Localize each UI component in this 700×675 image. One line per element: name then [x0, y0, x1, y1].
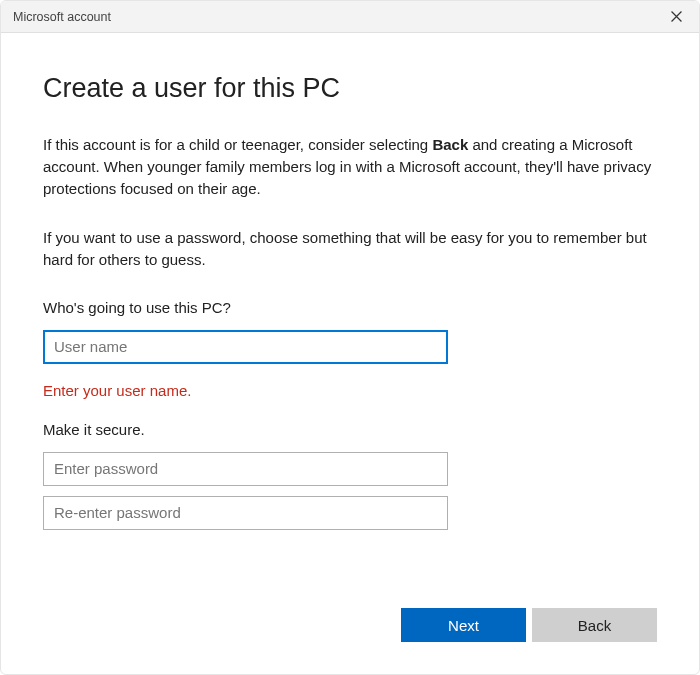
username-section-label: Who's going to use this PC?	[43, 299, 657, 316]
intro-paragraph-1a: If this account is for a child or teenag…	[43, 136, 432, 153]
back-button[interactable]: Back	[532, 608, 657, 642]
password-input[interactable]	[43, 452, 448, 486]
close-icon	[671, 11, 682, 22]
intro-paragraph-1: If this account is for a child or teenag…	[43, 134, 657, 199]
intro-paragraph-2: If you want to use a password, choose so…	[43, 227, 657, 271]
close-button[interactable]	[653, 1, 699, 33]
password-section-label: Make it secure.	[43, 421, 657, 438]
dialog-content: Create a user for this PC If this accoun…	[1, 33, 699, 608]
next-button[interactable]: Next	[401, 608, 526, 642]
password-confirm-input[interactable]	[43, 496, 448, 530]
username-input[interactable]	[43, 330, 448, 364]
dialog-footer: Next Back	[1, 608, 699, 674]
page-title: Create a user for this PC	[43, 73, 657, 104]
titlebar: Microsoft account	[1, 1, 699, 33]
titlebar-title: Microsoft account	[13, 10, 111, 24]
intro-paragraph-1-bold: Back	[432, 136, 468, 153]
username-error: Enter your user name.	[43, 382, 657, 399]
dialog-window: Microsoft account Create a user for this…	[0, 0, 700, 675]
